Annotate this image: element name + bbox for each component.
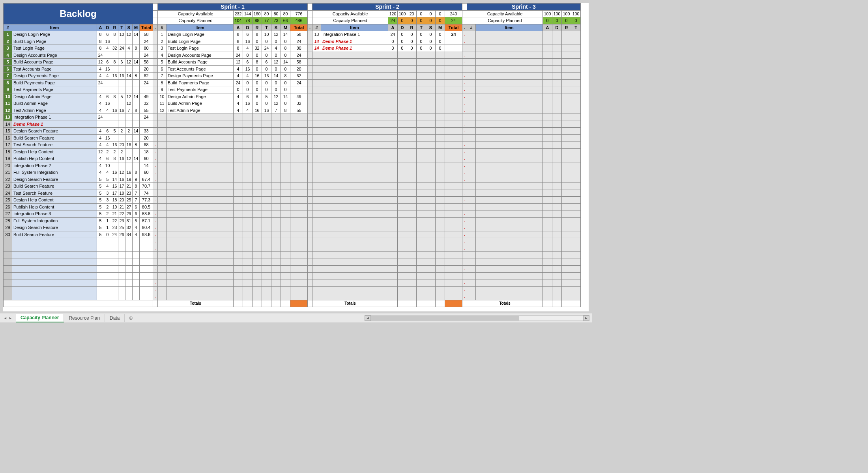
scroll-left-button[interactable]: ◄ [365,315,371,321]
table-row[interactable]: ... [4,259,581,266]
table-row[interactable]: 21Full System Integration44161216860... [4,169,581,176]
table-row[interactable]: 10Design Admin Page468512144910Design Ad… [4,93,581,100]
table-row[interactable]: 30Build Search Feature50242634493.6... [4,231,581,238]
tab-nav-arrows[interactable]: ◄► [0,316,16,320]
table-row[interactable]: ... [4,238,581,245]
table-row[interactable]: 3Test Login Page84322448803Test Login Pa… [4,45,581,52]
scroll-thumb[interactable] [371,316,519,320]
tab-resource-plan[interactable]: Resource Plan [64,314,105,322]
table-row[interactable]: 13Integration Phase 12424... [4,114,581,121]
table-row[interactable]: 12Test Admin Page441616785512Test Admin … [4,107,581,114]
table-row[interactable]: 27Integration Phase 352212229683.8... [4,210,581,218]
table-row[interactable]: ... [4,252,581,259]
table-row[interactable]: 15Design Search Feature465221433... [4,128,581,135]
tab-capacity-planner[interactable]: Capacity Planner [16,314,64,322]
table-row[interactable]: 6Test Accounts Page416206Test Accounts P… [4,65,581,73]
scroll-right-button[interactable]: ► [583,315,589,321]
table-row[interactable]: 28Full System Integration51222331587.1..… [4,217,581,224]
table-row[interactable]: 4Design Accounts Page24244Design Account… [4,52,581,59]
table-row[interactable]: 2Build Login Page816242Build Login Page8… [4,38,581,45]
table-row[interactable]: 11Build Admin Page416123211Build Admin P… [4,100,581,107]
horizontal-scrollbar[interactable]: ◄ ► [365,315,589,321]
tab-data[interactable]: Data [105,314,125,322]
table-row[interactable]: 25Design Help Content53182025777.3... [4,197,581,204]
table-row[interactable]: 24Test Search Feature53171823774... [4,190,581,197]
table-row[interactable]: 20Integration Phase 241014... [4,162,581,169]
scroll-track[interactable] [371,315,583,321]
sheet-tabs-bar: ◄► Capacity Planner Resource Plan Data ⊕… [0,313,592,322]
table-row[interactable]: 23Build Search Feature54161721870.7... [4,183,581,190]
table-row[interactable]: 29Design Search Feature51232532490.4... [4,224,581,231]
table-row[interactable]: ... [4,266,581,273]
spreadsheet-grid[interactable]: BacklogSprint - 1Sprint - 2Sprint - 3Cap… [3,3,589,311]
table-row[interactable]: ... [4,293,581,300]
table-row[interactable]: 26Publish Help Content52192127680.5... [4,203,581,210]
table-row[interactable]: 5Build Accounts Page126861214585Build Ac… [4,59,581,66]
table-row[interactable]: 18Design Help Content1222218... [4,148,581,155]
table-row[interactable]: 22Design Search Feature55141619967.4... [4,176,581,183]
table-row[interactable]: ... [4,279,581,287]
table-row[interactable]: 14Demo Phase 1... [4,121,581,128]
table-row[interactable]: 1Design Login Page868101214581Design Log… [4,31,581,38]
table-row[interactable]: 17Test Search Feature44162016868... [4,142,581,149]
table-row[interactable]: ... [4,272,581,279]
table-row[interactable]: 19Publish Help Content46816121460... [4,155,581,162]
table-row[interactable]: ... [4,245,581,252]
table-row[interactable]: 16Build Search Feature41620... [4,134,581,142]
table-row[interactable]: 9Test Payments Page9Test Payments Page00… [4,86,581,93]
add-sheet-button[interactable]: ⊕ [125,314,137,322]
table-row[interactable]: 8Build Payments Page24248Build Payments … [4,79,581,86]
table-row[interactable]: ... [4,286,581,293]
table-row[interactable]: 7Design Payments Page441616148627Design … [4,73,581,80]
